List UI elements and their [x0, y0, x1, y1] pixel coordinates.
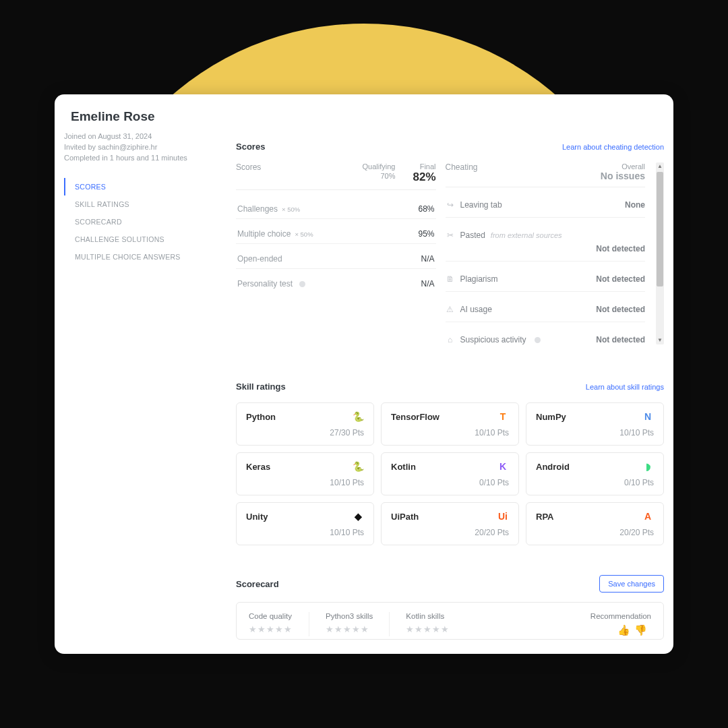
skill-card[interactable]: TensorFlowT10/10 Pts — [381, 402, 519, 446]
learn-cheating-link[interactable]: Learn about cheating detection — [562, 143, 664, 151]
skill-points: 10/10 Pts — [391, 428, 509, 437]
skill-card[interactable]: RPAA20/20 Pts — [526, 502, 664, 545]
final-col: Final 82% — [413, 162, 435, 184]
skill-name: UiPath — [391, 512, 419, 522]
scorecard-recommendation: Recommendation 👍👎 — [590, 612, 651, 636]
skill-card[interactable]: Keras🐍10/10 Pts — [236, 452, 374, 495]
skill-card[interactable]: Python🐍27/30 Pts — [236, 402, 374, 446]
plagiarism-icon: 🗎 — [446, 274, 455, 284]
scores-header: Scores Learn about cheating detection — [236, 142, 664, 152]
cheating-label: Cheating — [446, 162, 478, 172]
skills-header: Skill ratings Learn about skill ratings — [236, 382, 664, 392]
cheat-row-ai-usage: ⚠ AI usage Not detected — [446, 297, 646, 322]
joined-meta: Joined on August 31, 2024 — [64, 132, 233, 140]
scorecard-box: Code quality ★★★★★ Python3 skills ★★★★★ … — [236, 602, 664, 640]
divider — [389, 612, 390, 636]
score-weight: × 50% — [282, 206, 300, 213]
scores-head-label: Scores — [236, 162, 261, 172]
skill-name: RPA — [536, 512, 553, 522]
star-rating[interactable]: ★★★★★ — [406, 624, 450, 634]
scroll-bar[interactable]: ▲ ▼ — [656, 162, 664, 344]
skill-name: Python — [246, 412, 276, 422]
sidenav-item-skill-ratings[interactable]: SKILL RATINGS — [64, 195, 233, 213]
score-value: N/A — [421, 254, 434, 264]
score-label: Challenges — [237, 204, 278, 214]
learn-skills-link[interactable]: Learn about skill ratings — [586, 383, 664, 391]
score-row-mcq: Multiple choice × 50% 95% — [236, 224, 436, 244]
qualifying-label: Qualifying — [363, 162, 396, 172]
score-label: Personality test — [237, 279, 293, 289]
info-icon[interactable] — [535, 337, 541, 343]
recommendation-label: Recommendation — [590, 612, 651, 620]
sidenav-item-scorecard[interactable]: SCORECARD — [64, 213, 233, 231]
score-weight: × 50% — [295, 231, 313, 238]
thumbs-down-icon[interactable]: 👎 — [634, 624, 651, 636]
scroll-down-icon[interactable]: ▼ — [657, 336, 663, 344]
side-nav: SCORES SKILL RATINGS SCORECARD CHALLENGE… — [64, 178, 233, 266]
scroll-thumb[interactable] — [657, 172, 663, 286]
completed-meta: Completed in 1 hours and 11 minutes — [64, 154, 233, 162]
scorecard-col: Code quality ★★★★★ — [249, 612, 293, 634]
qualifying-col: Qualifying 70% — [363, 162, 396, 181]
scorecard-header: Scorecard Save changes — [236, 575, 664, 593]
skill-points: 10/10 Pts — [536, 428, 654, 437]
skill-points: 0/10 Pts — [391, 478, 509, 487]
skill-name: Android — [536, 462, 570, 472]
cheat-label: Leaving tab — [460, 200, 502, 210]
score-value: 95% — [418, 229, 434, 239]
pasted-icon: ✂ — [446, 231, 455, 240]
skill-card[interactable]: Unity◆10/10 Pts — [236, 502, 374, 545]
scorecard-col: Kotlin skills ★★★★★ — [406, 612, 450, 634]
skill-name: TensorFlow — [391, 412, 439, 422]
scorecard-col: Python3 skills ★★★★★ — [326, 612, 373, 634]
cheat-label: Suspicious activity — [460, 335, 526, 344]
skill-logo-icon: ◆ — [352, 510, 364, 522]
main-panel: Scores Learn about cheating detection Sc… — [233, 94, 673, 654]
skill-logo-icon: N — [642, 411, 654, 423]
cheat-row-pasted: ✂ Pasted from external sources Not detec… — [446, 223, 646, 262]
cheat-value: Not detected — [596, 335, 645, 344]
report-card: Emeline Rose Joined on August 31, 2024 I… — [55, 94, 673, 654]
thumbs-up-icon[interactable]: 👍 — [617, 624, 634, 636]
skills-title: Skill ratings — [236, 382, 286, 392]
scores-column: Scores Qualifying 70% Final 82% — [236, 162, 436, 352]
star-rating[interactable]: ★★★★★ — [249, 624, 293, 634]
cheat-value: Not detected — [446, 244, 646, 253]
leaving-tab-icon: ↪ — [446, 200, 455, 210]
skill-card[interactable]: Android◗0/10 Pts — [526, 452, 664, 495]
skill-logo-icon: ◗ — [642, 460, 654, 473]
skill-logo-icon: 🐍 — [352, 460, 364, 473]
divider — [309, 612, 309, 636]
scorecard-label: Kotlin skills — [406, 612, 450, 620]
skill-card[interactable]: UiPathUi20/20 Pts — [381, 502, 519, 545]
candidate-name: Emeline Rose — [64, 109, 233, 124]
cheat-row-leaving-tab: ↪ Leaving tab None — [446, 193, 646, 218]
sidenav-item-scores[interactable]: SCORES — [64, 178, 233, 195]
scores-grid: Scores Qualifying 70% Final 82% — [236, 162, 664, 352]
score-row-open-ended: Open-ended N/A — [236, 249, 436, 269]
skill-points: 10/10 Pts — [246, 478, 364, 487]
cheat-sublabel: from external sources — [491, 231, 562, 239]
score-value: N/A — [421, 279, 434, 289]
invited-meta: Invited by sachin@ziphire.hr — [64, 143, 233, 151]
final-value: 82% — [413, 171, 435, 184]
overall-value: No issues — [601, 171, 645, 181]
skill-points: 27/30 Pts — [246, 428, 364, 437]
skill-name: Kotlin — [391, 462, 416, 472]
score-label: Open-ended — [237, 254, 282, 264]
skill-card[interactable]: KotlinK0/10 Pts — [381, 452, 519, 495]
scores-head-row: Scores Qualifying 70% Final 82% — [236, 162, 436, 190]
sidebar: Emeline Rose Joined on August 31, 2024 I… — [55, 94, 233, 654]
ai-usage-icon: ⚠ — [446, 305, 455, 314]
save-changes-button[interactable]: Save changes — [599, 575, 664, 593]
scroll-up-icon[interactable]: ▲ — [657, 162, 663, 171]
skill-card[interactable]: NumPyN10/10 Pts — [526, 402, 664, 446]
skill-points: 20/20 Pts — [536, 528, 654, 537]
sidenav-item-challenge-solns[interactable]: CHALLENGE SOLUTIONS — [64, 231, 233, 248]
cheat-value: None — [625, 200, 645, 210]
info-icon[interactable] — [299, 281, 305, 287]
scorecard-label: Code quality — [249, 612, 293, 620]
star-rating[interactable]: ★★★★★ — [326, 624, 373, 634]
skill-logo-icon: 🐍 — [352, 411, 364, 423]
sidenav-item-mcq-answers[interactable]: MULTIPLE CHOICE ANSWERS — [64, 248, 233, 266]
